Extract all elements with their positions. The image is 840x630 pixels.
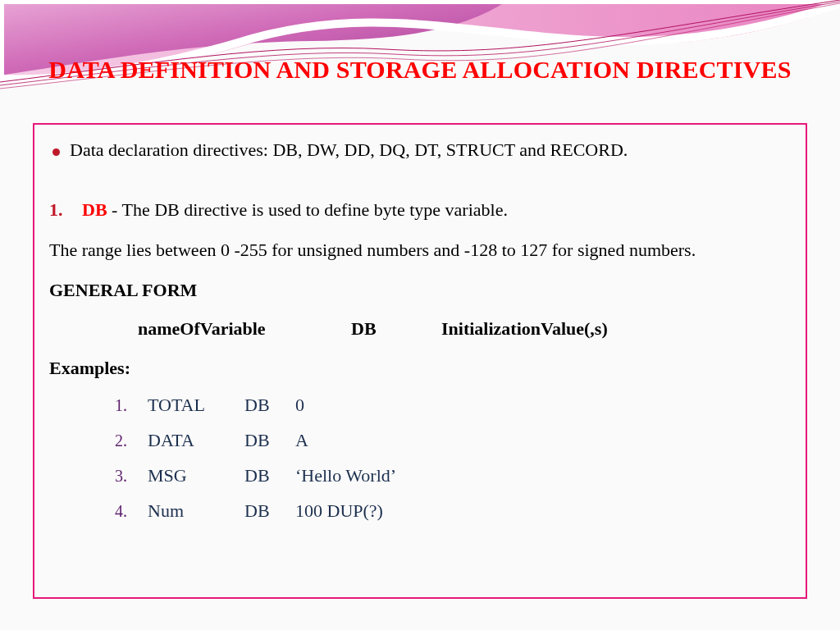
item-body: DB - The DB directive is used to define … <box>82 193 508 228</box>
gf-col-val: InitializationValue(,s) <box>441 312 608 347</box>
general-form-heading: GENERAL FORM <box>49 273 791 308</box>
range-text: The range lies between 0 -255 for unsign… <box>49 233 791 268</box>
example-val: 0 <box>295 388 304 423</box>
example-row: 4. Num DB 100 DUP(?) <box>115 494 791 529</box>
example-dir: DB <box>244 388 295 423</box>
example-ordinal: 2. <box>115 425 148 457</box>
directive-desc: - The DB directive is used to define byt… <box>107 199 508 220</box>
examples-list: 1. TOTAL DB 0 2. DATA DB A 3. MSG DB ‘He… <box>49 388 791 529</box>
example-row: 3. MSG DB ‘Hello World’ <box>115 459 791 494</box>
slide-title: DATA DEFINITION AND STORAGE ALLOCATION D… <box>0 54 840 85</box>
example-dir: DB <box>244 494 295 529</box>
bullet-icon <box>52 148 60 156</box>
example-val: A <box>295 423 308 459</box>
content-frame: Data declaration directives: DB, DW, DD,… <box>33 123 807 599</box>
gf-col-dir: DB <box>351 312 441 347</box>
example-row: 1. TOTAL DB 0 <box>115 388 791 423</box>
examples-heading: Examples: <box>49 351 791 386</box>
bullet-text: Data declaration directives: DB, DW, DD,… <box>70 133 628 168</box>
example-name: MSG <box>148 459 244 494</box>
general-form-body: nameOfVariable DB InitializationValue(,s… <box>49 312 791 347</box>
directive-name: DB <box>82 199 107 220</box>
numbered-item: 1. DB - The DB directive is used to defi… <box>49 193 791 228</box>
example-name: Num <box>148 494 244 529</box>
gf-col-name: nameOfVariable <box>138 312 351 347</box>
example-val: ‘Hello World’ <box>295 459 396 494</box>
bullet-item: Data declaration directives: DB, DW, DD,… <box>49 133 791 168</box>
example-name: TOTAL <box>148 388 244 423</box>
example-val: 100 DUP(?) <box>295 494 383 529</box>
example-ordinal: 4. <box>115 495 148 527</box>
example-row: 2. DATA DB A <box>115 423 791 459</box>
example-ordinal: 3. <box>115 460 148 492</box>
example-dir: DB <box>244 423 295 459</box>
example-name: DATA <box>148 423 244 459</box>
example-ordinal: 1. <box>115 390 148 422</box>
item-ordinal: 1. <box>49 193 64 228</box>
example-dir: DB <box>244 459 295 494</box>
